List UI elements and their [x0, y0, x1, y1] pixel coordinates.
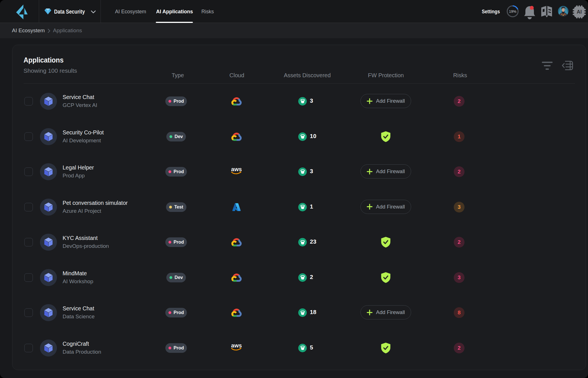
svg-text:19%: 19%	[509, 9, 516, 14]
svg-text:AI: AI	[577, 9, 582, 15]
